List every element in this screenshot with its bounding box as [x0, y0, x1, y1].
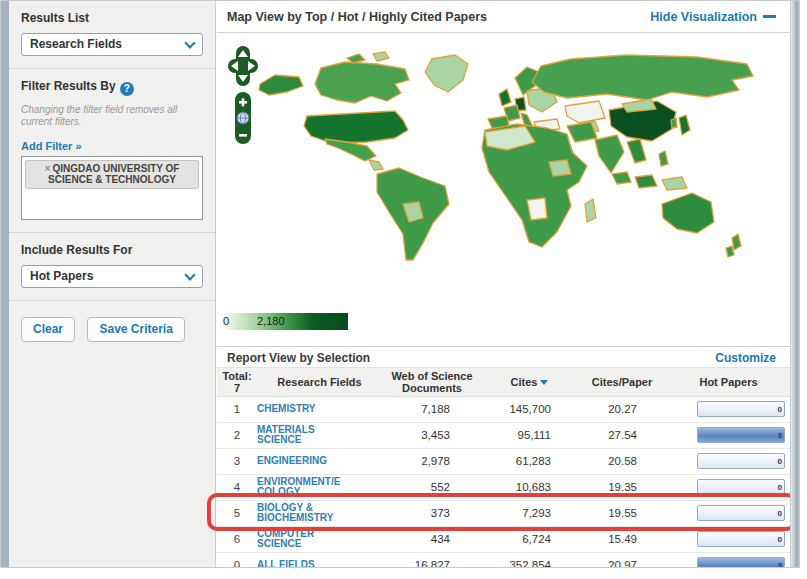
hot-papers-value: 0 [778, 483, 782, 493]
research-field-link[interactable]: COMPUTER SCIENCE [257, 528, 314, 549]
total-header: Total: 7 [217, 368, 257, 396]
question-icon[interactable]: ? [120, 82, 134, 96]
web-of-science-documents: 16,827 [382, 552, 482, 568]
web-of-science-documents: 552 [382, 474, 482, 500]
column-header-cites[interactable]: Cites [482, 368, 577, 396]
main-content: Map View by Top / Hot / Highly Cited Pap… [217, 1, 790, 567]
column-header-research-fields[interactable]: Research Fields [257, 368, 382, 396]
row-rank: 1 [217, 396, 257, 422]
web-of-science-documents: 3,453 [382, 422, 482, 448]
report-view-title: Report View by Selection [227, 351, 370, 365]
legend-max-value: 2,180 [257, 315, 285, 327]
row-rank: 0 [217, 552, 257, 568]
research-field-link[interactable]: CHEMISTRY [257, 403, 316, 414]
world-map-area: 0 2,180 [217, 33, 790, 346]
cites-per-paper-value: 15.49 [577, 526, 667, 552]
results-list-label: Results List [21, 11, 203, 25]
chevron-down-icon [184, 269, 195, 280]
hot-papers-bar: 0 [697, 453, 785, 469]
remove-filter-icon[interactable]: × [45, 163, 51, 174]
hot-papers-value: 3 [778, 561, 782, 568]
hot-papers-bar: 0 [697, 531, 785, 547]
row-rank: 3 [217, 448, 257, 474]
filter-chip[interactable]: ×QINGDAO UNIVERSITY OF SCIENCE & TECHNOL… [25, 160, 199, 189]
active-filters-box: ×QINGDAO UNIVERSITY OF SCIENCE & TECHNOL… [21, 156, 203, 220]
include-results-select[interactable]: Hot Papers [21, 265, 203, 288]
research-field-link[interactable]: MATERIALS SCIENCE [257, 424, 315, 445]
map-view-title: Map View by Top / Hot / Highly Cited Pap… [227, 10, 487, 24]
esi-results-page: Results List Research Fields Filter Resu… [0, 0, 800, 568]
clear-button[interactable]: Clear [21, 317, 75, 342]
hot-papers-bar: 0 [697, 505, 785, 521]
table-row: 3ENGINEERING2,97861,28320.580 [217, 448, 790, 474]
filter-note: Changing the filter field removes all cu… [21, 104, 203, 128]
table-row: 0ALL FIELDS16,827352,85420.973 [217, 552, 790, 568]
zoom-control [235, 92, 251, 144]
hot-papers-bar: 3 [697, 557, 785, 568]
include-results-label: Include Results For [21, 243, 203, 257]
hot-papers-bar: 0 [697, 479, 785, 495]
customize-link[interactable]: Customize [715, 351, 776, 365]
cites-per-paper-value: 20.58 [577, 448, 667, 474]
hot-papers-bar: 3 [697, 427, 785, 443]
filter-by-label: Filter Results By? [21, 79, 203, 96]
column-header-hot-papers[interactable]: Hot Papers [667, 368, 790, 396]
cites-value: 61,283 [482, 448, 577, 474]
row-rank: 4 [217, 474, 257, 500]
hot-papers-bar-fill [698, 428, 784, 442]
column-header-documents[interactable]: Web of Science Documents [382, 368, 482, 396]
cites-value: 145,700 [482, 396, 577, 422]
cites-per-paper-value: 19.55 [577, 500, 667, 526]
report-view-header: Report View by Selection Customize [217, 346, 790, 368]
cites-value: 6,724 [482, 526, 577, 552]
research-field-link[interactable]: ENVIRONMENT/E COLOGY [257, 476, 340, 497]
results-list-select[interactable]: Research Fields [21, 33, 203, 56]
visualization-header: Map View by Top / Hot / Highly Cited Pap… [217, 1, 790, 33]
cites-value: 95,111 [482, 422, 577, 448]
row-rank: 6 [217, 526, 257, 552]
results-list-section: Results List Research Fields [9, 1, 215, 69]
web-of-science-documents: 373 [382, 500, 482, 526]
table-row: 1CHEMISTRY7,188145,70020.270 [217, 396, 790, 422]
sidebar: Results List Research Fields Filter Resu… [9, 1, 216, 567]
hot-papers-bar-fill [698, 558, 784, 568]
row-rank: 2 [217, 422, 257, 448]
report-table: Total: 7 Research Fields Web of Science … [217, 368, 790, 568]
criteria-buttons-section: Clear Save Criteria [9, 301, 215, 354]
cites-value: 10,683 [482, 474, 577, 500]
add-filter-link[interactable]: Add Filter » [21, 140, 82, 152]
map-color-legend: 0 2,180 [220, 313, 348, 330]
include-results-value: Hot Papers [30, 269, 93, 283]
hot-papers-value: 0 [778, 405, 782, 415]
cites-value: 352,854 [482, 552, 577, 568]
hot-papers-value: 0 [778, 509, 782, 519]
research-field-link[interactable]: ALL FIELDS [257, 559, 315, 568]
web-of-science-documents: 2,978 [382, 448, 482, 474]
vertical-scrollbar[interactable] [790, 1, 800, 567]
cites-per-paper-value: 20.97 [577, 552, 667, 568]
table-row: 5BIOLOGY & BIOCHEMISTRY3737,29319.550 [217, 500, 790, 526]
cites-per-paper-value: 20.27 [577, 396, 667, 422]
choropleth-world-map[interactable] [227, 42, 787, 307]
hot-papers-bar: 0 [697, 401, 785, 417]
minus-icon [763, 15, 776, 18]
table-row: 2MATERIALS SCIENCE3,45395,11127.543 [217, 422, 790, 448]
column-header-cites-per-paper[interactable]: Cites/Paper [577, 368, 667, 396]
research-field-link[interactable]: ENGINEERING [257, 455, 327, 466]
cites-per-paper-value: 19.35 [577, 474, 667, 500]
legend-min-value: 0 [223, 315, 229, 327]
table-row: 6COMPUTER SCIENCE4346,72415.490 [217, 526, 790, 552]
hot-papers-value: 0 [778, 457, 782, 467]
chevron-down-icon [184, 37, 195, 48]
zoom-out-icon [239, 134, 247, 137]
filter-section: Filter Results By? Changing the filter f… [9, 69, 215, 233]
hide-visualization-link[interactable]: Hide Visualization [650, 10, 776, 24]
save-criteria-button[interactable]: Save Criteria [87, 317, 184, 342]
filter-chip-label: QINGDAO UNIVERSITY OF SCIENCE & TECHNOLO… [48, 163, 179, 185]
web-of-science-documents: 434 [382, 526, 482, 552]
map-navigation-controls [226, 46, 260, 172]
research-field-link[interactable]: BIOLOGY & BIOCHEMISTRY [257, 502, 333, 523]
cites-per-paper-value: 27.54 [577, 422, 667, 448]
hot-papers-value: 0 [778, 535, 782, 545]
cites-value: 7,293 [482, 500, 577, 526]
